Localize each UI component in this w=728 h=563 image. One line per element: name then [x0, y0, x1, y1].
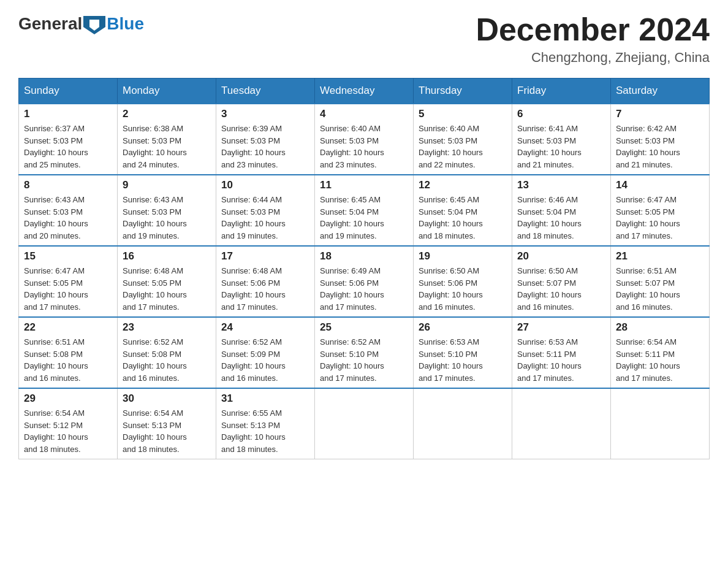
- day-info: Sunrise: 6:41 AMSunset: 5:03 PMDaylight:…: [517, 123, 605, 170]
- table-row: 1 Sunrise: 6:37 AMSunset: 5:03 PMDayligh…: [19, 104, 118, 175]
- table-row: 3 Sunrise: 6:39 AMSunset: 5:03 PMDayligh…: [216, 104, 315, 175]
- day-info: Sunrise: 6:39 AMSunset: 5:03 PMDaylight:…: [221, 123, 309, 170]
- table-row: 6 Sunrise: 6:41 AMSunset: 5:03 PMDayligh…: [512, 104, 611, 175]
- table-row: 25 Sunrise: 6:52 AMSunset: 5:10 PMDaylig…: [315, 317, 414, 388]
- month-title: December 2024: [476, 12, 710, 47]
- day-number: 9: [123, 179, 211, 191]
- header-row: Sunday Monday Tuesday Wednesday Thursday…: [19, 79, 710, 104]
- day-info: Sunrise: 6:43 AMSunset: 5:03 PMDaylight:…: [123, 194, 211, 242]
- day-info: Sunrise: 6:40 AMSunset: 5:03 PMDaylight:…: [320, 123, 408, 170]
- logo-blue-text: Blue: [107, 14, 144, 34]
- day-info: Sunrise: 6:50 AMSunset: 5:06 PMDaylight:…: [419, 265, 507, 313]
- day-info: Sunrise: 6:54 AMSunset: 5:11 PMDaylight:…: [616, 336, 704, 384]
- table-row: [512, 388, 611, 459]
- day-number: 29: [24, 393, 112, 405]
- table-row: 8 Sunrise: 6:43 AMSunset: 5:03 PMDayligh…: [19, 175, 118, 246]
- table-row: [414, 388, 512, 459]
- day-number: 16: [123, 250, 211, 262]
- table-row: 21 Sunrise: 6:51 AMSunset: 5:07 PMDaylig…: [611, 246, 710, 317]
- day-info: Sunrise: 6:51 AMSunset: 5:07 PMDaylight:…: [616, 265, 704, 313]
- table-row: 18 Sunrise: 6:49 AMSunset: 5:06 PMDaylig…: [315, 246, 414, 317]
- table-row: 26 Sunrise: 6:53 AMSunset: 5:10 PMDaylig…: [414, 317, 512, 388]
- table-row: 24 Sunrise: 6:52 AMSunset: 5:09 PMDaylig…: [216, 317, 315, 388]
- day-number: 5: [419, 108, 507, 120]
- day-info: Sunrise: 6:53 AMSunset: 5:11 PMDaylight:…: [517, 336, 605, 384]
- day-number: 28: [616, 321, 704, 334]
- logo-general-text: General: [18, 14, 82, 34]
- table-row: 20 Sunrise: 6:50 AMSunset: 5:07 PMDaylig…: [512, 246, 611, 317]
- day-info: Sunrise: 6:54 AMSunset: 5:13 PMDaylight:…: [123, 407, 211, 455]
- day-number: 30: [123, 393, 211, 405]
- calendar-table: Sunday Monday Tuesday Wednesday Thursday…: [18, 78, 710, 459]
- table-row: 31 Sunrise: 6:55 AMSunset: 5:13 PMDaylig…: [216, 388, 315, 459]
- header-monday: Monday: [118, 79, 216, 104]
- table-row: 14 Sunrise: 6:47 AMSunset: 5:05 PMDaylig…: [611, 175, 710, 246]
- day-number: 24: [221, 321, 309, 334]
- day-info: Sunrise: 6:37 AMSunset: 5:03 PMDaylight:…: [24, 123, 112, 170]
- day-number: 22: [24, 321, 112, 334]
- table-row: 30 Sunrise: 6:54 AMSunset: 5:13 PMDaylig…: [118, 388, 216, 459]
- day-number: 25: [320, 321, 408, 334]
- table-row: 13 Sunrise: 6:46 AMSunset: 5:04 PMDaylig…: [512, 175, 611, 246]
- location-title: Chengzhong, Zhejiang, China: [476, 50, 710, 66]
- header-sunday: Sunday: [19, 79, 118, 104]
- header-tuesday: Tuesday: [216, 79, 315, 104]
- day-info: Sunrise: 6:48 AMSunset: 5:06 PMDaylight:…: [221, 265, 309, 313]
- week-row-4: 22 Sunrise: 6:51 AMSunset: 5:08 PMDaylig…: [19, 317, 710, 388]
- day-number: 13: [517, 179, 605, 191]
- day-info: Sunrise: 6:47 AMSunset: 5:05 PMDaylight:…: [616, 194, 704, 242]
- table-row: 23 Sunrise: 6:52 AMSunset: 5:08 PMDaylig…: [118, 317, 216, 388]
- table-row: 16 Sunrise: 6:48 AMSunset: 5:05 PMDaylig…: [118, 246, 216, 317]
- day-info: Sunrise: 6:52 AMSunset: 5:10 PMDaylight:…: [320, 336, 408, 384]
- day-number: 12: [419, 179, 507, 191]
- day-info: Sunrise: 6:46 AMSunset: 5:04 PMDaylight:…: [517, 194, 605, 242]
- header-wednesday: Wednesday: [315, 79, 414, 104]
- day-number: 1: [24, 108, 112, 120]
- day-number: 6: [517, 108, 605, 120]
- table-row: 17 Sunrise: 6:48 AMSunset: 5:06 PMDaylig…: [216, 246, 315, 317]
- table-row: 27 Sunrise: 6:53 AMSunset: 5:11 PMDaylig…: [512, 317, 611, 388]
- table-row: 2 Sunrise: 6:38 AMSunset: 5:03 PMDayligh…: [118, 104, 216, 175]
- table-row: 19 Sunrise: 6:50 AMSunset: 5:06 PMDaylig…: [414, 246, 512, 317]
- table-row: 15 Sunrise: 6:47 AMSunset: 5:05 PMDaylig…: [19, 246, 118, 317]
- day-number: 7: [616, 108, 704, 120]
- header-saturday: Saturday: [611, 79, 710, 104]
- day-number: 11: [320, 179, 408, 191]
- day-info: Sunrise: 6:42 AMSunset: 5:03 PMDaylight:…: [616, 123, 704, 170]
- day-number: 8: [24, 179, 112, 191]
- day-number: 23: [123, 321, 211, 334]
- day-number: 19: [419, 250, 507, 262]
- day-info: Sunrise: 6:47 AMSunset: 5:05 PMDaylight:…: [24, 265, 112, 313]
- day-number: 31: [221, 393, 309, 405]
- table-row: 12 Sunrise: 6:45 AMSunset: 5:04 PMDaylig…: [414, 175, 512, 246]
- day-number: 15: [24, 250, 112, 262]
- day-info: Sunrise: 6:52 AMSunset: 5:08 PMDaylight:…: [123, 336, 211, 384]
- day-info: Sunrise: 6:44 AMSunset: 5:03 PMDaylight:…: [221, 194, 309, 242]
- week-row-1: 1 Sunrise: 6:37 AMSunset: 5:03 PMDayligh…: [19, 104, 710, 175]
- day-number: 26: [419, 321, 507, 334]
- table-row: 22 Sunrise: 6:51 AMSunset: 5:08 PMDaylig…: [19, 317, 118, 388]
- day-info: Sunrise: 6:50 AMSunset: 5:07 PMDaylight:…: [517, 265, 605, 313]
- table-row: 5 Sunrise: 6:40 AMSunset: 5:03 PMDayligh…: [414, 104, 512, 175]
- table-row: [611, 388, 710, 459]
- day-info: Sunrise: 6:53 AMSunset: 5:10 PMDaylight:…: [419, 336, 507, 384]
- day-info: Sunrise: 6:40 AMSunset: 5:03 PMDaylight:…: [419, 123, 507, 170]
- table-row: 7 Sunrise: 6:42 AMSunset: 5:03 PMDayligh…: [611, 104, 710, 175]
- table-row: 9 Sunrise: 6:43 AMSunset: 5:03 PMDayligh…: [118, 175, 216, 246]
- day-number: 4: [320, 108, 408, 120]
- table-row: 28 Sunrise: 6:54 AMSunset: 5:11 PMDaylig…: [611, 317, 710, 388]
- table-row: [315, 388, 414, 459]
- header-thursday: Thursday: [414, 79, 512, 104]
- day-info: Sunrise: 6:55 AMSunset: 5:13 PMDaylight:…: [221, 407, 309, 455]
- table-row: 29 Sunrise: 6:54 AMSunset: 5:12 PMDaylig…: [19, 388, 118, 459]
- logo: General Blue: [18, 12, 144, 35]
- day-info: Sunrise: 6:52 AMSunset: 5:09 PMDaylight:…: [221, 336, 309, 384]
- day-info: Sunrise: 6:51 AMSunset: 5:08 PMDaylight:…: [24, 336, 112, 384]
- day-number: 14: [616, 179, 704, 191]
- week-row-2: 8 Sunrise: 6:43 AMSunset: 5:03 PMDayligh…: [19, 175, 710, 246]
- day-number: 20: [517, 250, 605, 262]
- day-info: Sunrise: 6:48 AMSunset: 5:05 PMDaylight:…: [123, 265, 211, 313]
- day-number: 18: [320, 250, 408, 262]
- header-friday: Friday: [512, 79, 611, 104]
- day-number: 21: [616, 250, 704, 262]
